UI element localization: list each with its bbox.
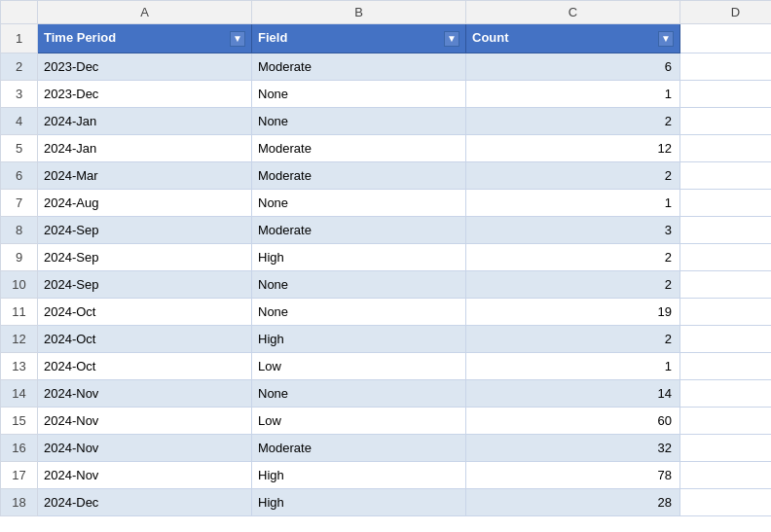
- row-num-8: 8: [1, 217, 38, 244]
- table-row: 152024-NovLow60: [1, 408, 772, 435]
- row-num-3: 3: [1, 81, 38, 108]
- table-row: 52024-JanModerate12: [1, 135, 772, 162]
- cell-field[interactable]: Moderate: [252, 217, 466, 244]
- header-count[interactable]: Count ▼: [466, 24, 680, 53]
- cell-count[interactable]: 12: [466, 135, 680, 162]
- cell-d-empty: [680, 435, 772, 462]
- row-num-5: 5: [1, 135, 38, 162]
- cell-count[interactable]: 60: [466, 408, 680, 435]
- table-row: 82024-SepModerate3: [1, 217, 772, 244]
- cell-d-empty: [680, 135, 772, 162]
- cell-time-period[interactable]: 2024-Nov: [38, 462, 252, 489]
- cell-field[interactable]: Moderate: [252, 53, 466, 81]
- filter-field-btn[interactable]: ▼: [444, 31, 459, 47]
- col-header-a[interactable]: A: [38, 1, 252, 24]
- table-row: 22023-DecModerate6: [1, 53, 772, 81]
- table-row: 142024-NovNone14: [1, 380, 772, 408]
- cell-count[interactable]: 78: [466, 462, 680, 489]
- filter-time-period-btn[interactable]: ▼: [230, 31, 245, 47]
- cell-field[interactable]: High: [252, 326, 466, 353]
- cell-d-empty: [680, 408, 772, 435]
- cell-count[interactable]: 2: [466, 271, 680, 299]
- cell-d-empty: [680, 353, 772, 380]
- row-num-2: 2: [1, 53, 38, 81]
- col-header-d[interactable]: D: [680, 1, 772, 24]
- cell-d-empty: [680, 462, 772, 489]
- cell-field[interactable]: High: [252, 244, 466, 271]
- cell-count[interactable]: 1: [466, 353, 680, 380]
- row-num-17: 17: [1, 462, 38, 489]
- table-row: 42024-JanNone2: [1, 108, 772, 135]
- cell-field[interactable]: Low: [252, 408, 466, 435]
- row-num-12: 12: [1, 326, 38, 353]
- cell-time-period[interactable]: 2024-Dec: [38, 489, 252, 516]
- cell-time-period[interactable]: 2024-Sep: [38, 244, 252, 271]
- cell-field[interactable]: None: [252, 108, 466, 135]
- cell-field[interactable]: None: [252, 190, 466, 217]
- spreadsheet: A B C D 1 Time Period ▼ Field ▼ Count ▼: [0, 0, 771, 532]
- cell-time-period[interactable]: 2024-Nov: [38, 408, 252, 435]
- table-row: 122024-OctHigh2: [1, 326, 772, 353]
- cell-field[interactable]: None: [252, 380, 466, 408]
- col-header-c[interactable]: C: [466, 1, 680, 24]
- cell-field[interactable]: None: [252, 299, 466, 326]
- header-count-label: Count: [472, 30, 509, 45]
- header-time-period[interactable]: Time Period ▼: [38, 24, 252, 53]
- cell-time-period[interactable]: 2024-Nov: [38, 435, 252, 462]
- cell-field[interactable]: None: [252, 271, 466, 299]
- row-num-11: 11: [1, 299, 38, 326]
- cell-d-empty: [680, 162, 772, 190]
- cell-d-empty: [680, 108, 772, 135]
- cell-time-period[interactable]: 2024-Mar: [38, 162, 252, 190]
- header-field-label: Field: [258, 30, 287, 45]
- table-row: 112024-OctNone19: [1, 299, 772, 326]
- cell-field[interactable]: High: [252, 489, 466, 516]
- cell-count[interactable]: 14: [466, 380, 680, 408]
- cell-field[interactable]: Moderate: [252, 135, 466, 162]
- cell-time-period[interactable]: 2024-Sep: [38, 217, 252, 244]
- row-num-6: 6: [1, 162, 38, 190]
- cell-field[interactable]: High: [252, 462, 466, 489]
- cell-field[interactable]: Moderate: [252, 162, 466, 190]
- cell-time-period[interactable]: 2024-Nov: [38, 380, 252, 408]
- cell-time-period[interactable]: 2024-Oct: [38, 353, 252, 380]
- row-num-13: 13: [1, 353, 38, 380]
- cell-count[interactable]: 28: [466, 489, 680, 516]
- table-row: 132024-OctLow1: [1, 353, 772, 380]
- cell-time-period[interactable]: 2024-Jan: [38, 135, 252, 162]
- col-header-b[interactable]: B: [252, 1, 466, 24]
- cell-count[interactable]: 2: [466, 244, 680, 271]
- cell-d-empty: [680, 190, 772, 217]
- cell-count[interactable]: 2: [466, 326, 680, 353]
- cell-count[interactable]: 3: [466, 217, 680, 244]
- row-num-16: 16: [1, 435, 38, 462]
- row-num-1: 1: [1, 24, 38, 53]
- cell-count[interactable]: 2: [466, 108, 680, 135]
- cell-count[interactable]: 6: [466, 53, 680, 81]
- cell-field[interactable]: Low: [252, 353, 466, 380]
- cell-field[interactable]: None: [252, 81, 466, 108]
- header-field[interactable]: Field ▼: [252, 24, 466, 53]
- cell-time-period[interactable]: 2024-Oct: [38, 299, 252, 326]
- cell-count[interactable]: 2: [466, 162, 680, 190]
- table-row: 102024-SepNone2: [1, 271, 772, 299]
- filter-count-btn[interactable]: ▼: [658, 31, 674, 47]
- table-row: 32023-DecNone1: [1, 81, 772, 108]
- cell-count[interactable]: 1: [466, 190, 680, 217]
- cell-count[interactable]: 1: [466, 81, 680, 108]
- cell-time-period[interactable]: 2023-Dec: [38, 53, 252, 81]
- cell-time-period[interactable]: 2024-Aug: [38, 190, 252, 217]
- cell-time-period[interactable]: 2024-Jan: [38, 108, 252, 135]
- cell-time-period[interactable]: 2023-Dec: [38, 81, 252, 108]
- cell-time-period[interactable]: 2024-Sep: [38, 271, 252, 299]
- cell-d-empty: [680, 53, 772, 81]
- cell-field[interactable]: Moderate: [252, 435, 466, 462]
- table-row: 162024-NovModerate32: [1, 435, 772, 462]
- cell-count[interactable]: 32: [466, 435, 680, 462]
- row-num-7: 7: [1, 190, 38, 217]
- cell-d-empty: [680, 244, 772, 271]
- cell-count[interactable]: 19: [466, 299, 680, 326]
- cell-time-period[interactable]: 2024-Oct: [38, 326, 252, 353]
- row-num-18: 18: [1, 489, 38, 516]
- table-row: 172024-NovHigh78: [1, 462, 772, 489]
